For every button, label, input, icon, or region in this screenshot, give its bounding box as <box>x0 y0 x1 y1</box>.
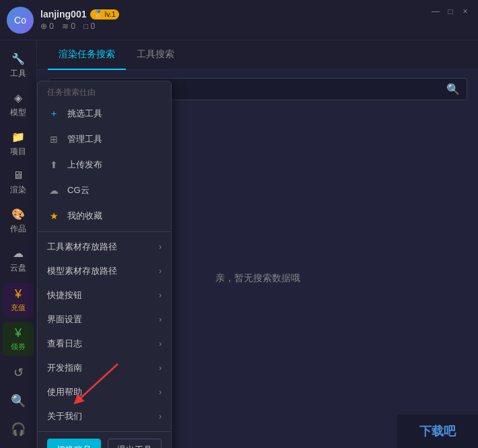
sidebar-label-model: 模型 <box>10 107 26 118</box>
render-icon: 🖥 <box>13 170 24 182</box>
recharge-label: 充值 <box>11 303 26 313</box>
minimize-button[interactable]: — <box>431 7 440 16</box>
dropdown-item-view-logs[interactable]: 查看日志 › <box>38 332 171 356</box>
dropdown-item-cg-cloud[interactable]: ☁ CG云 <box>38 178 171 203</box>
sidebar-item-render[interactable]: 🖥 渲染 <box>0 164 36 201</box>
dropdown-label-manage-tool: 管理工具 <box>67 133 102 145</box>
no-results-text: 亲，暂无搜索数据哦 <box>215 272 300 285</box>
sidebar-bottom: ¥ 充值 ¥ 领券 ↺ 🔍 🎧 ||| <box>0 282 36 448</box>
cloud-menu-icon: ☁ <box>47 184 61 197</box>
support-button[interactable]: 🎧 <box>0 416 36 442</box>
title-bar: Co lanjing001 🏅 lv.1 ⊕ 0 ≋ 0 □ 0 — □ × <box>0 0 478 40</box>
arrow-right-icon-6: › <box>159 387 162 397</box>
plus-icon: ＋ <box>47 107 61 120</box>
dropdown-menu: 任务搜索仕由 ＋ 挑选工具 ⊞ 管理工具 ⬆ 上传发布 ☁ CG云 ★ 我的收藏 <box>37 81 172 448</box>
sidebar-item-works[interactable]: 🎨 作品 <box>0 202 36 240</box>
sidebar-item-model[interactable]: ◈ 模型 <box>0 86 36 124</box>
project-icon: 📁 <box>11 130 25 143</box>
grid-icon: ⊞ <box>47 133 61 146</box>
dropdown-label-pick-tool: 挑选工具 <box>67 108 102 120</box>
view-logs-label: 查看日志 <box>47 338 82 350</box>
model-icon: ◈ <box>14 91 22 104</box>
dropdown-item-shortcuts[interactable]: 快捷按钮 › <box>38 283 171 307</box>
refresh-button[interactable]: ↺ <box>0 360 36 385</box>
dev-guide-label: 开发指南 <box>47 362 82 374</box>
sidebar-label-render: 渲染 <box>10 184 26 196</box>
dropdown-item-tool-asset-path[interactable]: 工具素材存放路径 › <box>38 235 171 259</box>
user-name: lanjing001 <box>40 9 86 20</box>
maximize-button[interactable]: □ <box>446 7 455 16</box>
sidebar: 🔧 工具 ◈ 模型 📁 项目 🖥 渲染 🎨 作品 ☁ 云盘 ¥ 充值 <box>0 40 37 448</box>
sidebar-label-cloud: 云盘 <box>10 262 26 274</box>
upload-icon: ⬆ <box>47 158 61 172</box>
switch-account-button[interactable]: 切换账号 <box>47 439 101 448</box>
window-controls: — □ × <box>431 7 470 16</box>
arrow-right-icon-5: › <box>159 363 162 373</box>
sidebar-item-tools[interactable]: 🔧 工具 <box>0 47 36 85</box>
dropdown-section-title: 任务搜索仕由 <box>38 81 171 101</box>
stat-0: ⊕ 0 <box>40 22 54 31</box>
user-stats: ⊕ 0 ≋ 0 □ 0 <box>40 22 471 31</box>
dropdown-item-favorites[interactable]: ★ 我的收藏 <box>38 203 171 229</box>
stat-2: □ 0 <box>83 22 95 31</box>
arrow-right-icon-0: › <box>159 242 162 252</box>
tab-render-search[interactable]: 渲染任务搜索 <box>48 40 126 70</box>
main-layout: 🔧 工具 ◈ 模型 📁 项目 🖥 渲染 🎨 作品 ☁ 云盘 ¥ 充值 <box>0 40 478 448</box>
recharge-icon: ¥ <box>15 287 22 301</box>
arrow-right-icon-1: › <box>159 266 162 276</box>
about-label: 关于我们 <box>47 410 82 422</box>
user-name-row: lanjing001 🏅 lv.1 <box>40 9 471 20</box>
stat-1: ≋ 0 <box>62 22 75 31</box>
exit-tool-button[interactable]: 退出工具 <box>108 439 162 448</box>
dropdown-item-ui-settings[interactable]: 界面设置 › <box>38 307 171 332</box>
dropdown-label-favorites: 我的收藏 <box>67 210 102 222</box>
dropdown-item-dev-guide[interactable]: 开发指南 › <box>38 356 171 380</box>
dropdown-item-help[interactable]: 使用帮助 › <box>38 380 171 404</box>
sidebar-label-works: 作品 <box>10 223 26 235</box>
dropdown-item-manage-tool[interactable]: ⊞ 管理工具 <box>38 126 171 152</box>
arrow-right-icon-3: › <box>159 315 162 324</box>
tools-icon: 🔧 <box>11 52 25 65</box>
sidebar-item-project[interactable]: 📁 项目 <box>0 125 36 163</box>
star-icon: ★ <box>47 209 61 223</box>
support-icon: 🎧 <box>11 422 26 437</box>
coupon-label: 领券 <box>11 342 26 352</box>
arrow-right-icon-4: › <box>159 339 162 348</box>
close-button[interactable]: × <box>460 7 470 16</box>
search-submit-icon[interactable]: 🔍 <box>446 83 460 96</box>
cloud-icon: ☁ <box>13 247 24 260</box>
arrow-right-icon-7: › <box>159 412 162 421</box>
dropdown-item-pick-tool[interactable]: ＋ 挑选工具 <box>38 101 171 126</box>
watermark: 下载吧 <box>397 414 478 448</box>
level-badge: 🏅 lv.1 <box>90 9 118 20</box>
menu-button[interactable]: ||| <box>0 445 36 448</box>
dropdown-label-upload: 上传发布 <box>67 159 102 171</box>
tabs-row: 渲染任务搜索 工具搜索 <box>37 40 478 70</box>
watermark-text: 下载吧 <box>419 423 456 439</box>
content-area: 渲染任务搜索 工具搜索 🔍 亲，暂无搜索数据哦 任务搜索仕由 ＋ 挑选工具 ⊞ … <box>37 40 478 448</box>
refresh-icon: ↺ <box>13 365 24 380</box>
dropdown-item-model-asset-path[interactable]: 模型素材存放路径 › <box>38 259 171 283</box>
sidebar-item-cloud[interactable]: ☁ 云盘 <box>0 241 36 279</box>
recharge-button[interactable]: ¥ 充值 <box>3 283 34 317</box>
dropdown-footer: 切换账号 退出工具 <box>38 431 171 448</box>
model-asset-path-label: 模型素材存放路径 <box>47 265 117 277</box>
avatar: Co <box>7 7 34 34</box>
arrow-right-icon-2: › <box>159 291 162 300</box>
dropdown-item-upload[interactable]: ⬆ 上传发布 <box>38 152 171 178</box>
tool-asset-path-label: 工具素材存放路径 <box>47 241 117 253</box>
search-sidebar-icon: 🔍 <box>11 394 26 408</box>
search-button[interactable]: 🔍 <box>0 388 36 414</box>
help-label: 使用帮助 <box>47 386 82 398</box>
sidebar-label-tools: 工具 <box>10 68 26 79</box>
ui-settings-label: 界面设置 <box>47 313 82 326</box>
dropdown-label-cg-cloud: CG云 <box>67 184 90 196</box>
dropdown-item-about[interactable]: 关于我们 › <box>38 404 171 428</box>
user-info: lanjing001 🏅 lv.1 ⊕ 0 ≋ 0 □ 0 <box>40 9 471 31</box>
coupon-button[interactable]: ¥ 领券 <box>3 322 34 356</box>
works-icon: 🎨 <box>11 208 25 221</box>
tab-tool-search[interactable]: 工具搜索 <box>126 40 185 70</box>
shortcuts-label: 快捷按钮 <box>47 289 82 301</box>
coupon-icon: ¥ <box>15 326 22 340</box>
dropdown-divider <box>38 231 171 232</box>
